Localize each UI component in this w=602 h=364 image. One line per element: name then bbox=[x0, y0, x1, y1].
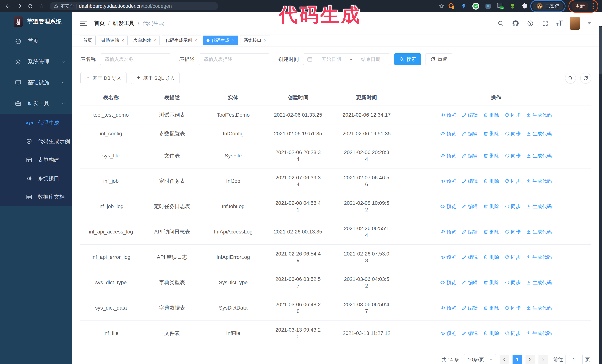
sidebar-item-codegen-example[interactable]: 代码生成示例 bbox=[0, 132, 72, 151]
sync-link[interactable]: 同步 bbox=[505, 203, 521, 210]
toggle-search-button[interactable] bbox=[565, 73, 576, 83]
extension-icon[interactable]: on bbox=[497, 2, 504, 10]
insecure-warning[interactable]: 不安全 bbox=[54, 3, 74, 9]
search-icon[interactable] bbox=[497, 19, 505, 27]
breadcrumb-item[interactable]: 首页 bbox=[94, 20, 105, 27]
generate-link[interactable]: 生成代码 bbox=[526, 152, 552, 159]
sync-link[interactable]: 同步 bbox=[505, 178, 521, 184]
github-icon[interactable] bbox=[511, 19, 520, 27]
generate-link[interactable]: 生成代码 bbox=[526, 112, 552, 118]
edit-link[interactable]: 编辑 bbox=[462, 330, 478, 337]
generate-link[interactable]: 生成代码 bbox=[526, 254, 552, 260]
sidebar-item-system[interactable]: 系统管理 bbox=[0, 52, 72, 72]
sidebar-toggle-icon[interactable] bbox=[80, 21, 87, 26]
app-logo[interactable]: 芋道管理系统 bbox=[0, 12, 72, 31]
tab-system-api[interactable]: 系统接口× bbox=[240, 36, 270, 45]
tab-home[interactable]: 首页 bbox=[80, 36, 96, 45]
import-sql-button[interactable]: 基于 SQL 导入 bbox=[131, 72, 180, 84]
extension-icon[interactable] bbox=[484, 2, 492, 10]
generate-link[interactable]: 生成代码 bbox=[526, 130, 552, 137]
preview-link[interactable]: 预览 bbox=[440, 279, 456, 286]
preview-link[interactable]: 预览 bbox=[440, 178, 456, 184]
edit-link[interactable]: 编辑 bbox=[462, 203, 478, 210]
sync-link[interactable]: 同步 bbox=[505, 330, 521, 337]
close-icon[interactable]: × bbox=[264, 38, 267, 43]
tab-codegen-example[interactable]: 代码生成示例× bbox=[162, 36, 201, 45]
extension-icon[interactable] bbox=[448, 2, 455, 10]
extension-icon[interactable] bbox=[460, 2, 467, 10]
user-avatar[interactable] bbox=[570, 17, 580, 30]
sidebar-item-home[interactable]: 首页 bbox=[0, 31, 72, 52]
page-button-2[interactable]: 2 bbox=[526, 355, 535, 364]
generate-link[interactable]: 生成代码 bbox=[526, 178, 552, 184]
home-icon[interactable] bbox=[37, 1, 46, 11]
start-date-placeholder[interactable]: 开始日期 bbox=[316, 56, 347, 62]
generate-link[interactable]: 生成代码 bbox=[526, 279, 552, 286]
preview-link[interactable]: 预览 bbox=[440, 305, 456, 311]
delete-link[interactable]: 删除 bbox=[483, 130, 499, 137]
sync-link[interactable]: 同步 bbox=[505, 112, 521, 118]
sync-link[interactable]: 同步 bbox=[505, 130, 521, 137]
delete-link[interactable]: 删除 bbox=[483, 178, 499, 184]
page-button-1[interactable]: 1 bbox=[513, 355, 522, 364]
edit-link[interactable]: 编辑 bbox=[462, 229, 478, 235]
edit-link[interactable]: 编辑 bbox=[462, 130, 478, 137]
delete-link[interactable]: 删除 bbox=[483, 152, 499, 159]
tab-codegen[interactable]: 代码生成× bbox=[203, 36, 238, 45]
table-name-input[interactable] bbox=[100, 53, 171, 65]
preview-link[interactable]: 预览 bbox=[440, 112, 456, 118]
refresh-table-button[interactable] bbox=[580, 73, 591, 83]
extension-icon[interactable] bbox=[472, 2, 480, 10]
edit-link[interactable]: 编辑 bbox=[462, 178, 478, 184]
preview-link[interactable]: 预览 bbox=[440, 254, 456, 260]
end-date-placeholder[interactable]: 结束日期 bbox=[355, 56, 386, 62]
search-button[interactable]: 搜索 bbox=[394, 53, 421, 65]
close-icon[interactable]: × bbox=[153, 38, 156, 43]
preview-link[interactable]: 预览 bbox=[440, 130, 456, 137]
close-icon[interactable]: × bbox=[194, 38, 197, 43]
chevron-down-icon[interactable] bbox=[587, 22, 591, 24]
sync-link[interactable]: 同步 bbox=[505, 152, 521, 159]
sync-link[interactable]: 同步 bbox=[505, 254, 521, 260]
reset-button[interactable]: 重置 bbox=[425, 53, 452, 65]
table-desc-input[interactable] bbox=[199, 53, 269, 65]
preview-link[interactable]: 预览 bbox=[440, 152, 456, 159]
edit-link[interactable]: 编辑 bbox=[462, 279, 478, 286]
preview-link[interactable]: 预览 bbox=[440, 229, 456, 235]
import-db-button[interactable]: 基于 DB 导入 bbox=[80, 72, 127, 84]
edit-link[interactable]: 编辑 bbox=[462, 305, 478, 311]
sidebar-item-db-doc[interactable]: 数据库文档 bbox=[0, 188, 72, 206]
font-size-icon[interactable]: TT bbox=[556, 19, 563, 27]
close-icon[interactable]: × bbox=[121, 38, 124, 43]
delete-link[interactable]: 删除 bbox=[483, 229, 499, 235]
delete-link[interactable]: 删除 bbox=[483, 254, 499, 260]
delete-link[interactable]: 删除 bbox=[483, 112, 499, 118]
date-range-picker[interactable]: 开始日期 - 结束日期 bbox=[303, 53, 390, 65]
sidebar-item-infra[interactable]: 基础设施 bbox=[0, 72, 72, 93]
bookmark-star-icon[interactable] bbox=[437, 1, 446, 11]
update-button[interactable]: 更新 bbox=[571, 2, 589, 10]
sync-link[interactable]: 同步 bbox=[505, 305, 521, 311]
edit-link[interactable]: 编辑 bbox=[462, 112, 478, 118]
forward-icon[interactable] bbox=[14, 1, 24, 11]
prev-page-button[interactable] bbox=[500, 355, 509, 364]
preview-link[interactable]: 预览 bbox=[440, 203, 456, 210]
sidebar-item-codegen[interactable]: </>代码生成 bbox=[0, 114, 72, 132]
edit-link[interactable]: 编辑 bbox=[462, 254, 478, 260]
address-bar[interactable]: 不安全 dashboard.yudao.iocoder.cn/tool/code… bbox=[50, 2, 218, 10]
generate-link[interactable]: 生成代码 bbox=[526, 203, 552, 210]
delete-link[interactable]: 删除 bbox=[483, 279, 499, 286]
sidebar-item-form-builder[interactable]: 表单构建 bbox=[0, 151, 72, 169]
fullscreen-icon[interactable] bbox=[541, 19, 549, 27]
page-size-select[interactable]: 10条/页 bbox=[464, 354, 496, 364]
page-scrollbar[interactable] bbox=[599, 26, 602, 364]
sync-link[interactable]: 同步 bbox=[505, 279, 521, 286]
sync-link[interactable]: 同步 bbox=[505, 229, 521, 235]
delete-link[interactable]: 删除 bbox=[483, 305, 499, 311]
browser-menu-icon[interactable] bbox=[591, 3, 595, 9]
sidebar-item-system-api[interactable]: 系统接口 bbox=[0, 169, 72, 188]
goto-page-input[interactable] bbox=[566, 354, 582, 364]
help-icon[interactable] bbox=[526, 19, 534, 27]
generate-link[interactable]: 生成代码 bbox=[526, 229, 552, 235]
paused-extension-badge[interactable]: 已暂停 bbox=[533, 2, 563, 10]
